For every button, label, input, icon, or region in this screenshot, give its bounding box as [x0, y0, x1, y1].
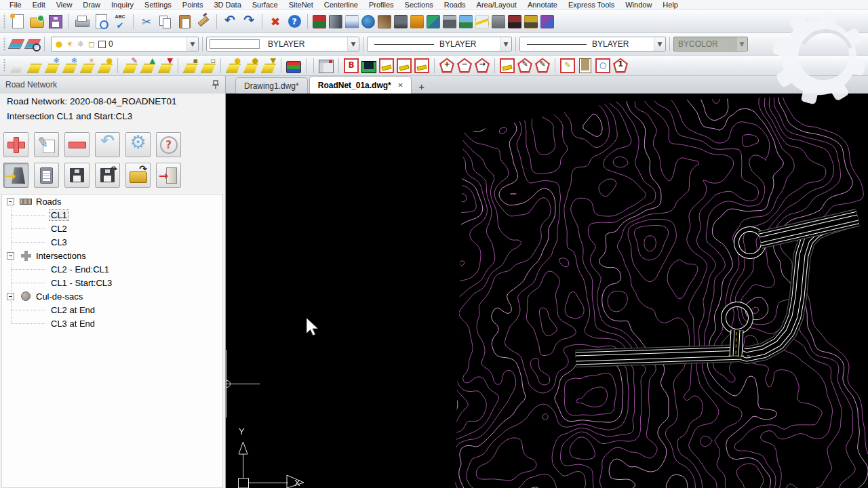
module-cart-icon[interactable]: [508, 15, 521, 28]
redo-icon[interactable]: [241, 14, 257, 30]
color-combo-arrow[interactable]: ▼: [347, 37, 359, 51]
tree-item-cl1[interactable]: CL1: [2, 208, 222, 222]
save-drawing-icon[interactable]: [47, 14, 64, 30]
module-geology-icon[interactable]: [378, 15, 391, 28]
module-photo-icon[interactable]: [459, 15, 473, 28]
module-haul-icon[interactable]: [524, 15, 538, 28]
menu-item-inquiry[interactable]: Inquiry: [106, 0, 139, 10]
layer-set-current-icon[interactable]: [158, 58, 173, 73]
module-hydrology-icon[interactable]: [345, 15, 359, 28]
process-road-network-button[interactable]: [3, 163, 28, 188]
module-construction-icon[interactable]: [410, 15, 424, 28]
layer-freeze-icon[interactable]: ❄: [76, 39, 85, 49]
module-netview-icon[interactable]: [427, 15, 440, 28]
menu-item-edit[interactable]: Edit: [27, 0, 51, 10]
linetype-combo[interactable]: BYLAYER ▼: [367, 37, 512, 52]
marker-edit-1-icon[interactable]: [517, 58, 532, 73]
print-preview-icon[interactable]: [93, 14, 109, 30]
save-button[interactable]: [64, 163, 90, 188]
layer-combo[interactable]: ●☀❄◻ 0 ▼: [51, 37, 199, 52]
tab-roadnet-01a[interactable]: RoadNet_01a.dwg* ×: [309, 76, 412, 94]
print-icon[interactable]: [74, 14, 90, 30]
load-button[interactable]: [125, 163, 151, 188]
menu-item-window[interactable]: Window: [620, 0, 657, 10]
tree-group-roads[interactable]: Roads: [2, 195, 222, 208]
module-power-icon[interactable]: [475, 15, 489, 28]
report-button[interactable]: [34, 163, 59, 188]
layer-up-icon[interactable]: [140, 58, 155, 73]
menu-item-express-tools[interactable]: Express Tools: [563, 0, 620, 10]
layer-stack-icon[interactable]: [27, 58, 42, 73]
road-tool-3-icon[interactable]: [414, 58, 429, 73]
menu-item-view[interactable]: View: [51, 0, 78, 10]
module-mining-icon[interactable]: [492, 15, 505, 28]
module-field-icon[interactable]: [443, 15, 456, 28]
view-film-icon[interactable]: [361, 58, 376, 73]
layer-explore-icon[interactable]: [26, 38, 39, 50]
toolbar-grip[interactable]: [2, 14, 6, 29]
layer-lock-icon[interactable]: ◻: [87, 39, 96, 49]
layer-thaw-sun-icon[interactable]: ☀: [65, 39, 75, 49]
module-bim-icon[interactable]: [540, 15, 554, 28]
tree-group-cul-de-sacs[interactable]: Cul-de-sacs: [2, 289, 222, 303]
menu-item-surface[interactable]: Surface: [247, 0, 283, 10]
road-tool-4-icon[interactable]: [500, 58, 515, 73]
menu-item-help[interactable]: Help: [657, 0, 684, 10]
layer-freeze-icon[interactable]: [45, 58, 60, 73]
color-layers-icon[interactable]: [286, 58, 301, 73]
tree-item-cl2[interactable]: CL2: [2, 222, 222, 235]
layer-unlock-icon[interactable]: [201, 58, 216, 73]
toolbar-grip[interactable]: [2, 58, 6, 72]
lineweight-combo[interactable]: BYLAYER ▼: [519, 37, 666, 52]
color-combo[interactable]: BYLAYER ▼: [206, 37, 359, 52]
layer-manager-icon[interactable]: [9, 38, 23, 50]
menu-item-profiles[interactable]: Profiles: [363, 0, 399, 10]
layer-match-icon[interactable]: [123, 58, 138, 73]
vertex-add-icon[interactable]: [439, 58, 454, 73]
linetype-combo-arrow[interactable]: ▼: [500, 37, 511, 51]
road-tool-2-icon[interactable]: [397, 58, 412, 73]
tab-close-icon[interactable]: ×: [398, 80, 403, 90]
layer-thaw-icon[interactable]: [80, 58, 95, 73]
spell-check-icon[interactable]: [112, 14, 128, 30]
module-survey-icon[interactable]: [313, 15, 326, 28]
station-one-icon[interactable]: [613, 58, 628, 73]
help-button[interactable]: [156, 132, 181, 157]
tree-item-cl1-start-cl3[interactable]: CL1 - Start:CL3: [2, 276, 222, 289]
layer-on-bulb-icon[interactable]: ●: [54, 39, 64, 49]
report-clipboard-icon[interactable]: [578, 58, 593, 73]
tree-item-cl3[interactable]: CL3: [2, 235, 222, 249]
drawing-area[interactable]: [226, 94, 868, 488]
menu-item-sitenet[interactable]: SiteNet: [283, 0, 319, 10]
layer-on-icon[interactable]: [98, 58, 113, 73]
layer-isolate-icon[interactable]: [226, 58, 241, 73]
tree-item-cl2-end-cl1[interactable]: CL2 - End:CL1: [2, 262, 222, 276]
menu-item-settings[interactable]: Settings: [139, 0, 177, 10]
copy-icon[interactable]: [157, 14, 174, 30]
menu-item-sections[interactable]: Sections: [399, 0, 439, 10]
layer-off-icon[interactable]: [9, 58, 24, 73]
settings-button[interactable]: [125, 132, 151, 157]
tree-item-cl2-at-end[interactable]: CL2 at End: [2, 303, 222, 317]
menu-item-annotate[interactable]: Annotate: [522, 0, 563, 10]
save-as-button[interactable]: ↷: [95, 163, 120, 188]
layer-freeze-vp-icon[interactable]: [62, 58, 77, 73]
menu-item-3d-data[interactable]: 3D Data: [208, 0, 246, 10]
tab-drawing1[interactable]: Drawing1.dwg*: [235, 77, 308, 94]
drawing-canvas[interactable]: [226, 94, 868, 488]
open-drawing-icon[interactable]: [28, 14, 45, 30]
exit-button[interactable]: [156, 163, 181, 188]
new-tab-button[interactable]: +: [413, 81, 430, 92]
menu-item-file[interactable]: File: [4, 0, 27, 10]
undo-button[interactable]: [95, 132, 120, 157]
tree-group-intersections[interactable]: Intersections: [2, 249, 222, 262]
menu-item-centerline[interactable]: Centerline: [319, 0, 363, 10]
module-civil-icon[interactable]: [329, 15, 342, 28]
menu-item-draw[interactable]: Draw: [77, 0, 106, 10]
edit-road-button[interactable]: [34, 132, 59, 157]
screen-layout-icon[interactable]: [319, 58, 334, 73]
map-view-icon[interactable]: [595, 58, 610, 73]
layer-combo-arrow[interactable]: ▼: [186, 37, 198, 51]
cut-icon[interactable]: [138, 14, 155, 30]
layer-unisolate-icon[interactable]: [243, 58, 258, 73]
